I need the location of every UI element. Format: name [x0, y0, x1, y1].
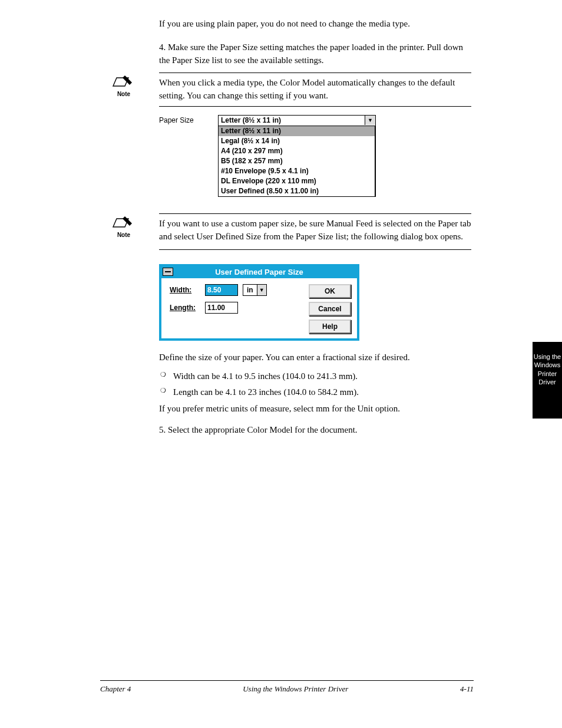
step-5: 5. Select the appropriate Color Model fo… [159, 424, 471, 437]
footer-chapter: Chapter 4 [100, 684, 131, 694]
paper-size-dropdown[interactable]: Letter (8½ x 11 in) ▼ Letter (8½ x 11 in… [218, 115, 376, 197]
after-dialog-text: Define the size of your paper. You can e… [159, 351, 471, 437]
cancel-button[interactable]: Cancel [309, 302, 351, 316]
dialog-title: User Defined Paper Size [215, 268, 303, 276]
width-input[interactable]: 8.50 [205, 284, 238, 296]
paper-size-option[interactable]: A4 (210 x 297 mm) [219, 146, 375, 156]
paper-size-option[interactable]: B5 (182 x 257 mm) [219, 156, 375, 166]
rule-top-note2 [159, 213, 471, 214]
paper-size-list: Letter (8½ x 11 in) Legal (8½ x 14 in) A… [219, 126, 375, 196]
lead-sentence: Define the size of your paper. You can e… [159, 351, 471, 364]
note-icon: Note [112, 214, 135, 238]
paper-size-label: Paper Size [159, 115, 218, 124]
note-1: Note When you click a media type, the Co… [159, 77, 471, 103]
paper-size-option[interactable]: #10 Envelope (9.5 x 4.1 in) [219, 166, 375, 176]
paper-size-control: Paper Size Letter (8½ x 11 in) ▼ Letter … [159, 115, 471, 197]
width-range: Width can be 4.1 to 9.5 inches (104.0 to… [159, 370, 471, 383]
dialog-titlebar: User Defined Paper Size [161, 266, 357, 278]
intro-paragraphs: If you are using plain paper, you do not… [159, 18, 471, 67]
help-button[interactable]: Help [309, 319, 351, 334]
paper-size-current: Letter (8½ x 11 in) [221, 116, 281, 124]
dropdown-arrow-icon[interactable]: ▼ [365, 116, 375, 125]
rule-top-note1 [159, 73, 471, 73]
units-sentence: If you prefer metric units of measure, s… [159, 403, 471, 416]
intro-line-1: If you are using plain paper, you do not… [159, 18, 471, 31]
length-label: Length: [170, 304, 200, 312]
rule-bottom-note1 [159, 106, 471, 107]
system-menu-icon[interactable] [163, 268, 173, 276]
note-2: Note If you want to use a custom paper s… [159, 218, 471, 246]
dropdown-arrow-icon[interactable]: ▼ [257, 285, 266, 295]
paper-size-option[interactable]: Legal (8½ x 14 in) [219, 136, 375, 146]
user-defined-dialog: User Defined Paper Size Width: 8.50 in ▼… [159, 264, 359, 341]
paper-size-option[interactable]: User Defined (8.50 x 11.00 in) [219, 186, 375, 196]
unit-value: in [243, 286, 257, 294]
ok-button[interactable]: OK [309, 284, 351, 298]
side-tab-label: Using the Windows Printer Driver [534, 353, 561, 386]
page-footer: Chapter 4 Using the Windows Printer Driv… [100, 680, 474, 694]
length-range: Length can be 4.1 to 23 inches (104.0 to… [159, 386, 471, 399]
intro-step-4: 4. Make sure the Paper Size setting matc… [159, 41, 471, 67]
footer-page-number: 4-11 [460, 684, 474, 694]
rule-bottom-note2 [159, 249, 471, 250]
length-input[interactable]: 11.00 [205, 302, 238, 314]
note-icon: Note [112, 73, 135, 97]
paper-size-option[interactable]: DL Envelope (220 x 110 mm) [219, 176, 375, 186]
note-2-text: If you want to use a custom paper size, … [159, 218, 471, 246]
unit-select[interactable]: in ▼ [243, 284, 267, 296]
width-label: Width: [170, 286, 200, 294]
paper-size-option[interactable]: Letter (8½ x 11 in) [219, 126, 375, 136]
note-1-text: When you click a media type, the Color M… [159, 77, 471, 103]
side-tab: Using the Windows Printer Driver [533, 342, 562, 419]
footer-title: Using the Windows Printer Driver [243, 684, 348, 694]
